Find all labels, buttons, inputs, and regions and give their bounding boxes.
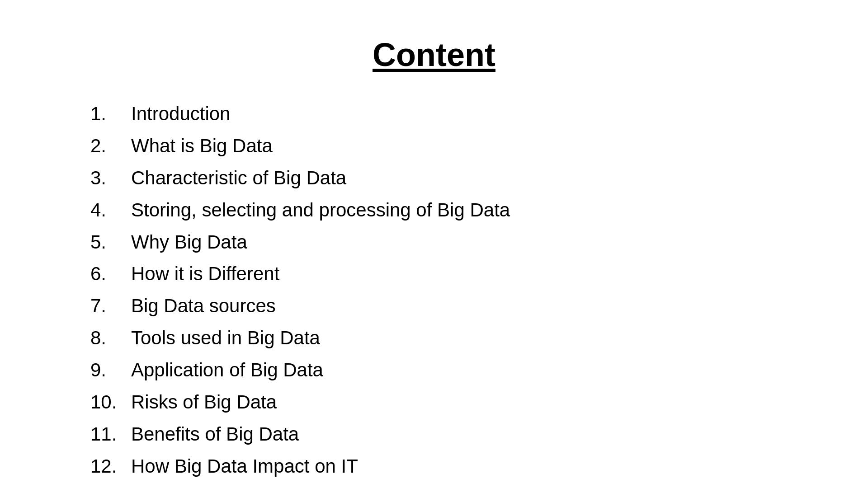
list-item: 1.Introduction <box>90 100 868 128</box>
list-item: 7.Big Data sources <box>90 292 868 320</box>
list-text: What is Big Data <box>131 132 273 160</box>
list-item: 9.Application of Big Data <box>90 357 868 384</box>
list-text: Benefits of Big Data <box>131 421 299 448</box>
list-number: 8. <box>90 324 131 352</box>
slide: Content 1.Introduction2.What is Big Data… <box>0 0 868 488</box>
list-number: 12. <box>90 453 131 480</box>
list-item: 12.How Big Data Impact on IT <box>90 453 868 480</box>
list-item: 4.Storing, selecting and processing of B… <box>90 197 868 224</box>
list-text: Risks of Big Data <box>131 389 277 416</box>
list-item: 5.Why Big Data <box>90 229 868 256</box>
list-text: Introduction <box>131 100 230 128</box>
list-item: 13.Future of Big Data <box>90 485 868 488</box>
list-number: 11. <box>90 421 131 448</box>
list-text: Tools used in Big Data <box>131 324 320 352</box>
list-item: 10.Risks of Big Data <box>90 389 868 416</box>
list-item: 8.Tools used in Big Data <box>90 324 868 352</box>
list-text: Storing, selecting and processing of Big… <box>131 197 510 224</box>
list-number: 7. <box>90 292 131 320</box>
list-text: Future of Big Data <box>131 485 285 488</box>
list-text: Big Data sources <box>131 292 276 320</box>
list-number: 13. <box>90 485 131 488</box>
list-text: How Big Data Impact on IT <box>131 453 358 480</box>
list-number: 10. <box>90 389 131 416</box>
page-title: Content <box>373 36 495 73</box>
list-item: 6.How it is Different <box>90 260 868 288</box>
list-item: 2.What is Big Data <box>90 132 868 160</box>
list-text: How it is Different <box>131 260 279 288</box>
list-number: 4. <box>90 197 131 224</box>
list-text: Characteristic of Big Data <box>131 164 346 192</box>
list-number: 5. <box>90 229 131 256</box>
content-list: 1.Introduction2.What is Big Data3.Charac… <box>0 100 868 488</box>
list-number: 2. <box>90 132 131 160</box>
list-item: 3.Characteristic of Big Data <box>90 164 868 192</box>
list-number: 1. <box>90 100 131 128</box>
list-number: 3. <box>90 164 131 192</box>
list-item: 11.Benefits of Big Data <box>90 421 868 448</box>
list-number: 6. <box>90 260 131 288</box>
list-number: 9. <box>90 357 131 384</box>
list-text: Why Big Data <box>131 229 247 256</box>
list-text: Application of Big Data <box>131 357 323 384</box>
